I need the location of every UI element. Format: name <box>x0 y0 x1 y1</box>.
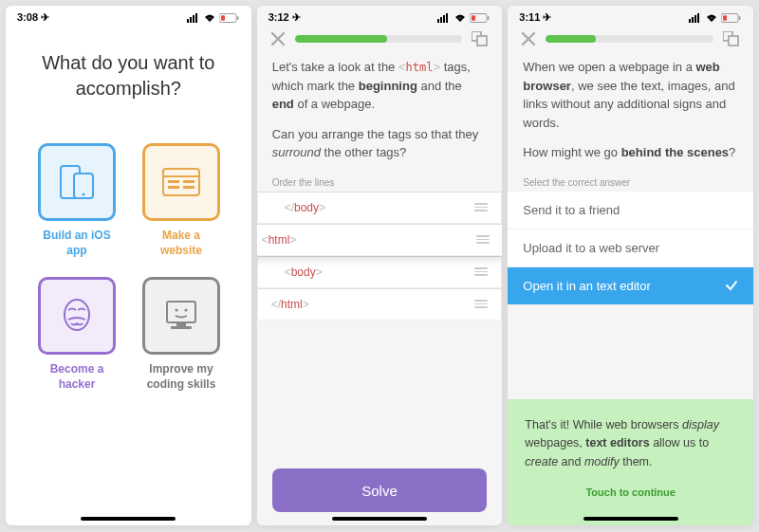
instruction-para-2: How might we go behind the scenes? <box>508 138 753 168</box>
cellular-icon <box>437 13 451 23</box>
svg-rect-5 <box>237 16 239 20</box>
computer-icon <box>159 294 203 338</box>
instruction-para-1: When we open a webpage in a web browser,… <box>508 52 753 138</box>
svg-point-16 <box>65 300 89 330</box>
svg-rect-33 <box>694 15 696 23</box>
battery-low-icon <box>721 13 742 23</box>
svg-rect-39 <box>729 36 738 46</box>
svg-rect-28 <box>472 15 475 21</box>
order-line-dragging[interactable]: <html> <box>257 224 503 256</box>
svg-rect-27 <box>488 16 490 20</box>
svg-rect-30 <box>477 36 487 46</box>
tile-become-hacker[interactable]: Become a hacker <box>38 277 116 392</box>
battery-low-icon <box>219 13 240 23</box>
screen-onboarding: 3:08✈︎ What do you want to accomplish? B… <box>6 6 251 525</box>
svg-rect-22 <box>437 19 439 23</box>
status-bar: 3:12✈︎ <box>257 6 503 24</box>
cellular-icon <box>689 13 702 23</box>
svg-rect-3 <box>195 13 197 23</box>
tile-label: Improve my coding skills <box>142 362 220 392</box>
order-line[interactable]: <body> <box>257 256 503 288</box>
screen-multiple-choice: 3:11✈︎ When we open a webpage in a web b… <box>508 6 753 525</box>
svg-rect-34 <box>697 13 699 23</box>
status-icons <box>187 13 240 23</box>
drag-handle-icon[interactable] <box>474 267 488 276</box>
tile-label: Become a hacker <box>38 362 116 392</box>
answer-option[interactable]: Send it to a friend <box>508 192 753 229</box>
tile-build-ios[interactable]: Build an iOS app <box>38 143 116 258</box>
home-indicator <box>583 517 678 521</box>
svg-rect-32 <box>692 17 694 23</box>
svg-rect-12 <box>168 180 179 183</box>
svg-point-21 <box>184 309 187 312</box>
svg-rect-14 <box>183 180 194 183</box>
svg-rect-37 <box>723 15 727 21</box>
svg-rect-24 <box>443 15 445 23</box>
svg-rect-31 <box>689 19 691 23</box>
svg-rect-25 <box>446 13 448 23</box>
lesson-header <box>508 24 753 52</box>
wifi-icon <box>203 13 216 23</box>
feedback-panel[interactable]: That's it! While web browsers display we… <box>508 399 753 525</box>
continue-label[interactable]: Touch to continue <box>525 485 736 501</box>
status-icons <box>437 13 491 23</box>
goal-grid: Build an iOS app Make a website Become a… <box>6 130 251 405</box>
clock: 3:12 <box>268 11 289 23</box>
browser-window-icon <box>159 163 203 201</box>
svg-rect-6 <box>221 15 225 21</box>
answer-option-selected[interactable]: Open it in an text editor <box>508 267 753 305</box>
svg-rect-18 <box>176 322 186 326</box>
section-label: Order the lines <box>257 168 503 192</box>
status-bar: 3:08✈︎ <box>6 6 251 24</box>
svg-point-9 <box>83 193 85 196</box>
progress-bar <box>546 35 713 43</box>
page-title: What do you want to accomplish? <box>6 24 251 130</box>
solve-button[interactable]: Solve <box>272 468 488 512</box>
tile-improve-skills[interactable]: Improve my coding skills <box>142 277 220 392</box>
wifi-icon <box>454 13 467 23</box>
svg-rect-0 <box>187 19 189 23</box>
svg-rect-13 <box>168 186 179 189</box>
drag-handle-icon[interactable] <box>476 235 490 244</box>
cellular-icon <box>187 13 200 23</box>
clock: 3:08 <box>17 11 38 23</box>
answer-list: Send it to a friend Upload it to a web s… <box>508 192 753 305</box>
check-icon <box>725 279 738 292</box>
svg-rect-17 <box>167 302 195 322</box>
location-arrow-icon: ✈︎ <box>41 11 49 23</box>
close-icon[interactable] <box>270 31 286 46</box>
location-arrow-icon: ✈︎ <box>543 11 551 23</box>
svg-rect-19 <box>171 326 192 329</box>
answer-option[interactable]: Upload it to a web server <box>508 229 753 267</box>
drag-handle-icon[interactable] <box>474 203 488 211</box>
clock: 3:11 <box>519 11 540 23</box>
location-arrow-icon: ✈︎ <box>292 11 301 23</box>
home-indicator <box>332 517 427 521</box>
battery-low-icon <box>470 13 491 23</box>
screen-order-lines: 3:12✈︎ Let's take a look at the <html> t… <box>257 6 503 525</box>
phone-tablet-icon <box>55 160 99 204</box>
tile-make-website[interactable]: Make a website <box>142 143 220 258</box>
svg-rect-23 <box>440 17 442 23</box>
chapters-icon[interactable] <box>723 31 740 46</box>
section-label: Select the correct answer <box>508 168 753 192</box>
anonymous-mask-icon <box>55 294 99 338</box>
order-line[interactable]: </body> <box>257 192 503 224</box>
svg-point-20 <box>175 309 177 312</box>
svg-rect-2 <box>193 15 194 23</box>
status-icons <box>689 13 742 23</box>
order-list: </body> <html> <body> </html> <box>257 192 503 321</box>
chapters-icon[interactable] <box>472 31 489 46</box>
progress-bar <box>295 35 463 43</box>
lesson-header <box>257 24 503 52</box>
svg-rect-15 <box>183 186 194 189</box>
status-bar: 3:11✈︎ <box>508 6 753 24</box>
home-indicator <box>81 517 176 521</box>
tile-label: Build an iOS app <box>38 229 116 258</box>
instruction-para-1: Let's take a look at the <html> tags, wh… <box>257 52 503 119</box>
drag-handle-icon[interactable] <box>474 300 488 308</box>
svg-rect-1 <box>190 17 192 23</box>
close-icon[interactable] <box>521 31 536 46</box>
instruction-para-2: Can you arrange the tags so that they su… <box>257 119 503 168</box>
order-line[interactable]: </html> <box>257 288 503 321</box>
